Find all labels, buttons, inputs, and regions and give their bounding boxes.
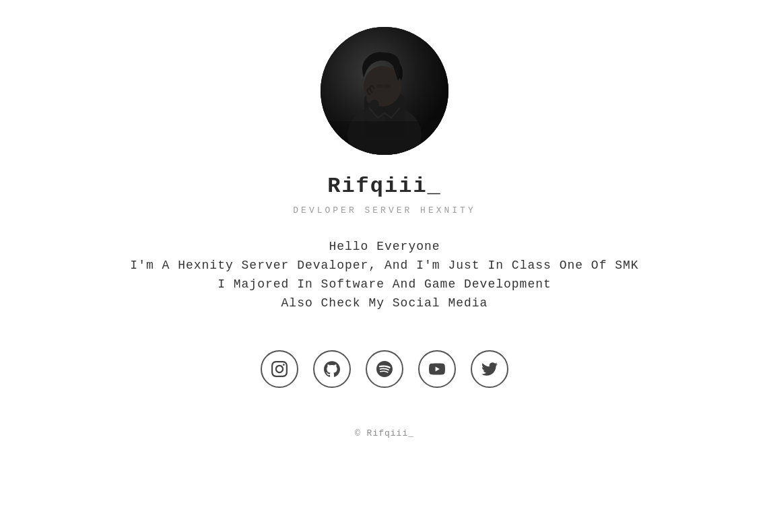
profile-subtitle: DEVLOPER SERVER HEXNITY [293, 205, 475, 215]
instagram-button[interactable] [261, 350, 298, 388]
bio-section: Hello Everyone I'm A Hexnity Server Deva… [130, 240, 638, 310]
social-icons-row [261, 350, 508, 388]
instagram-icon [271, 361, 288, 377]
github-button[interactable] [313, 350, 351, 388]
svg-point-7 [376, 84, 383, 88]
github-icon [324, 361, 340, 377]
twitter-icon [481, 361, 498, 377]
profile-container: Rifqiii_ DEVLOPER SERVER HEXNITY Hello E… [0, 0, 769, 452]
bio-line-4: Also Check My Social Media [281, 296, 488, 310]
bio-line-2: I'm A Hexnity Server Devaloper, And I'm … [130, 259, 638, 272]
twitter-button[interactable] [471, 350, 508, 388]
bio-line-1: Hello Everyone [329, 240, 440, 253]
spotify-button[interactable] [366, 350, 403, 388]
footer-text: © Rifqiii_ [355, 428, 414, 438]
spotify-icon [376, 361, 393, 377]
username: Rifqiii_ [327, 174, 442, 199]
svg-point-8 [384, 84, 391, 88]
youtube-button[interactable] [418, 350, 456, 388]
avatar [321, 27, 448, 155]
youtube-icon [429, 361, 445, 377]
bio-line-3: I Majored In Software And Game Developme… [218, 277, 551, 291]
svg-rect-9 [321, 121, 448, 155]
footer: © Rifqiii_ [355, 428, 414, 452]
